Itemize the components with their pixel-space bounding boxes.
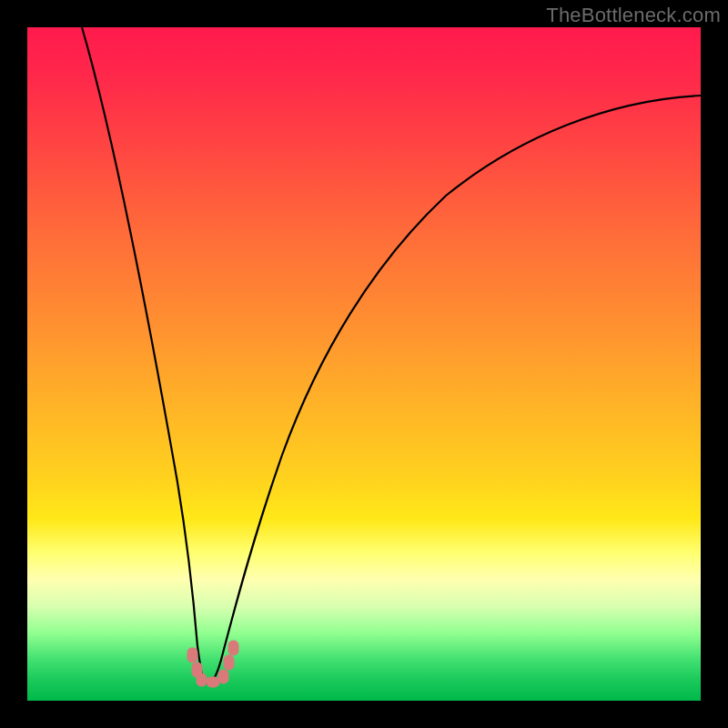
watermark-text: TheBottleneck.com <box>546 4 721 27</box>
plot-area <box>27 27 701 701</box>
bottleneck-curve <box>82 27 701 683</box>
svg-rect-0 <box>187 648 197 662</box>
svg-rect-2 <box>197 673 207 686</box>
svg-rect-6 <box>228 641 238 655</box>
chart-frame: TheBottleneck.com <box>0 0 728 728</box>
curve-layer <box>27 27 701 701</box>
min-marker-group <box>187 641 238 687</box>
svg-rect-3 <box>207 677 219 687</box>
svg-rect-4 <box>218 670 228 683</box>
svg-rect-5 <box>224 655 234 670</box>
